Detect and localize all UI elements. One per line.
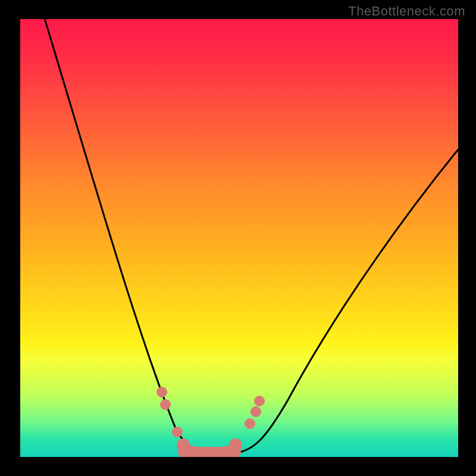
- curve-overlay: [20, 19, 458, 457]
- right-curve: [230, 145, 458, 453]
- marker: [156, 387, 167, 397]
- marker: [250, 406, 261, 417]
- marker: [245, 418, 255, 429]
- marker: [229, 439, 242, 452]
- watermark-text: TheBottleneck.com: [348, 4, 465, 19]
- chart-frame: TheBottleneck.com: [0, 0, 476, 476]
- marker: [254, 396, 265, 406]
- plot-area: [20, 19, 458, 457]
- marker: [172, 427, 183, 437]
- marker: [160, 399, 171, 410]
- left-curve: [44, 19, 208, 453]
